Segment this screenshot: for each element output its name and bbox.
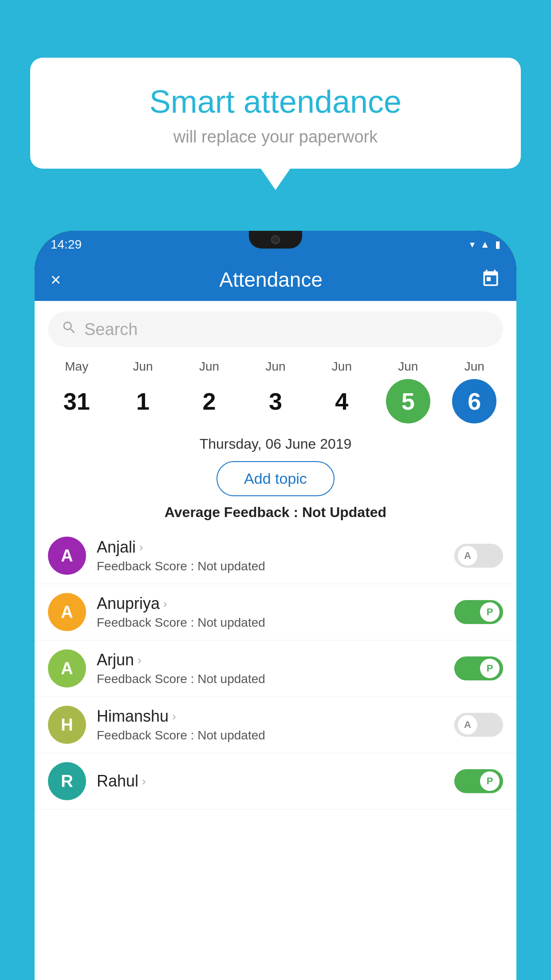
toggle-himanshu[interactable]: A [454,713,503,737]
attendance-toggle-arjun[interactable]: P [454,656,503,680]
avatar-himanshu: H [48,706,86,744]
attendance-toggle-anupriya[interactable]: P [454,600,503,624]
avatar-arjun: A [48,649,86,688]
attendance-toggle-anjali[interactable]: A [454,544,503,568]
toggle-knob-arjun: P [480,659,500,678]
phone-frame: 14:29 ▾ ▲ ▮ × Attendance [35,231,516,980]
toggle-anupriya[interactable]: P [454,600,503,624]
wifi-icon: ▾ [470,239,475,250]
student-row-himanshu[interactable]: H Himanshu › Feedback Score : Not update… [35,697,516,753]
cal-date-2: 2 [187,379,232,423]
cal-month-2: Jun [199,360,219,374]
phone-screen: Search May 31 Jun 1 Jun 2 Jun 3 [35,301,516,980]
cal-month-3: Jun [265,360,285,374]
attendance-toggle-himanshu[interactable]: A [454,713,503,737]
cal-date-3: 3 [253,379,298,423]
student-list: A Anjali › Feedback Score : Not updated … [35,528,516,810]
student-row-anjali[interactable]: A Anjali › Feedback Score : Not updated … [35,528,516,584]
student-name-arjun: Arjun › [97,651,444,669]
toggle-anjali[interactable]: A [454,544,503,568]
cal-month-0: May [65,360,88,374]
chevron-right-icon: › [172,710,176,723]
status-bar: 14:29 ▾ ▲ ▮ [35,231,516,258]
battery-icon: ▮ [495,239,500,250]
cal-date-4: 4 [319,379,364,423]
signal-icon: ▲ [480,239,490,250]
chevron-right-icon: › [163,597,167,611]
cal-month-6: Jun [464,360,484,374]
student-feedback-arjun: Feedback Score : Not updated [97,672,444,686]
student-row-rahul[interactable]: R Rahul › P [35,753,516,810]
calendar-strip: May 31 Jun 1 Jun 2 Jun 3 Jun 4 [35,347,516,423]
status-time: 14:29 [51,237,82,252]
cal-date-0: 31 [55,379,99,423]
search-placeholder: Search [84,320,138,339]
app-title: Attendance [219,268,323,292]
front-camera [271,235,280,244]
cal-month-1: Jun [133,360,153,374]
avatar-anupriya: A [48,593,86,631]
add-topic-wrapper: Add topic [35,461,516,496]
toggle-arjun[interactable]: P [454,656,503,680]
avg-feedback: Average Feedback : Not Updated [35,504,516,521]
cal-date-1: 1 [121,379,165,423]
student-row-anupriya[interactable]: A Anupriya › Feedback Score : Not update… [35,584,516,640]
add-topic-button[interactable]: Add topic [216,461,335,496]
student-info-arjun: Arjun › Feedback Score : Not updated [97,651,444,686]
toggle-knob-anjali: A [458,546,477,565]
student-name-rahul: Rahul › [97,772,444,790]
cal-day-6[interactable]: Jun 6 [450,360,499,423]
toggle-knob-rahul: P [480,771,500,791]
cal-date-6: 6 [452,379,496,423]
cal-day-4[interactable]: Jun 4 [317,360,366,423]
toggle-rahul[interactable]: P [454,769,503,793]
avg-feedback-label: Average Feedback : [165,504,302,520]
toggle-knob-himanshu: A [458,715,477,735]
notch [249,231,302,249]
bubble-title: Smart attendance [52,84,499,119]
bubble-subtitle: will replace your paperwork [52,127,499,146]
avg-feedback-value: Not Updated [302,504,386,520]
student-info-himanshu: Himanshu › Feedback Score : Not updated [97,707,444,743]
selected-date-label: Thursday, 06 June 2019 [35,436,516,452]
cal-day-5[interactable]: Jun 5 [384,360,433,423]
cal-day-3[interactable]: Jun 3 [251,360,300,423]
speech-bubble: Smart attendance will replace your paper… [30,58,521,169]
close-button[interactable]: × [51,270,61,290]
student-info-rahul: Rahul › [97,772,444,790]
student-feedback-himanshu: Feedback Score : Not updated [97,728,444,743]
toggle-knob-anupriya: P [480,602,500,622]
search-bar[interactable]: Search [48,312,503,347]
student-info-anupriya: Anupriya › Feedback Score : Not updated [97,594,444,630]
chevron-right-icon: › [138,653,142,667]
student-row-arjun[interactable]: A Arjun › Feedback Score : Not updated P [35,640,516,697]
student-name-anupriya: Anupriya › [97,594,444,613]
student-feedback-anjali: Feedback Score : Not updated [97,559,444,573]
cal-month-4: Jun [332,360,352,374]
phone-inner: 14:29 ▾ ▲ ▮ × Attendance [35,231,516,980]
avatar-anjali: A [48,537,86,575]
status-icons: ▾ ▲ ▮ [470,239,500,250]
student-info-anjali: Anjali › Feedback Score : Not updated [97,538,444,573]
cal-day-1[interactable]: Jun 1 [118,360,167,423]
student-feedback-anupriya: Feedback Score : Not updated [97,616,444,630]
chevron-right-icon: › [139,541,143,554]
avatar-rahul: R [48,762,86,800]
cal-date-5: 5 [386,379,430,423]
search-icon [61,320,77,339]
calendar-icon[interactable] [481,268,500,292]
student-name-himanshu: Himanshu › [97,707,444,726]
chevron-right-icon: › [142,775,146,788]
student-name-anjali: Anjali › [97,538,444,557]
cal-month-5: Jun [398,360,418,374]
cal-day-0[interactable]: May 31 [52,360,101,423]
attendance-toggle-rahul[interactable]: P [454,769,503,793]
app-header: × Attendance [35,258,516,301]
cal-day-2[interactable]: Jun 2 [185,360,234,423]
